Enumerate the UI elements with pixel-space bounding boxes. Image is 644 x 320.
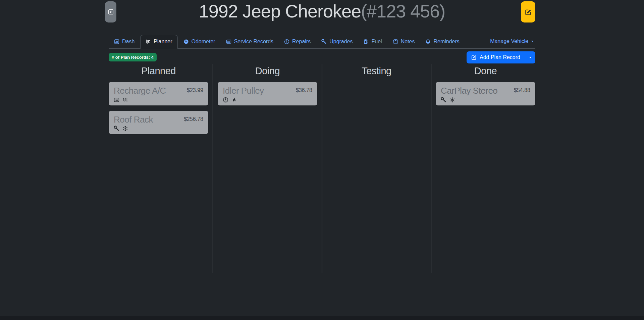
board-column-done: DoneCarPlay Stereo$54.88 [431,64,535,273]
list-nested-icon [146,39,151,44]
board-column-doing: DoingIdler Pulley$36.78 [213,64,322,273]
vehicle-plate: (#123 456) [361,1,445,21]
wrench-icon [321,39,327,44]
plan-card-title: CarPlay Stereo [441,86,497,96]
tab-fuel[interactable]: Fuel [359,35,387,48]
bell-icon [425,39,431,44]
column-title: Planned [109,65,208,77]
plan-records-count-badge: # of Plan Records: 4 [109,53,157,61]
plan-card-cost: $36.78 [296,86,312,93]
plan-card-idler-pulley[interactable]: Idler Pulley$36.78 [218,82,317,105]
add-plan-record-dropdown-toggle[interactable] [525,51,535,63]
plan-card-cost: $54.88 [514,86,530,93]
back-button[interactable] [105,1,116,22]
plan-card-header: CarPlay Stereo$54.88 [441,86,530,96]
plan-card-cost: $256.78 [184,115,203,122]
plan-kanban-board: PlannedRecharge A/C$23.99Roof Rack$256.7… [109,64,535,273]
exclamation-circle-icon [284,39,289,44]
tab-odometer[interactable]: Odometer [178,35,220,48]
tab-label: Upgrades [329,39,353,45]
caret-down-icon [531,40,534,43]
plan-card-icons [114,126,203,131]
plan-card-title: Recharge A/C [114,86,166,96]
tab-label: Dash [122,39,135,45]
tab-dash[interactable]: Dash [109,35,140,48]
manage-vehicle-dropdown[interactable]: Manage Vehicle [490,38,535,48]
plan-card-roof-rack[interactable]: Roof Rack$256.78 [109,111,208,134]
top-bar: 1992 Jeep Cherokee(#123 456) [109,0,535,25]
plan-card-header: Recharge A/C$23.99 [114,86,203,96]
add-plan-record-group: Add Plan Record [467,51,535,63]
tab-list: DashPlannerOdometerService RecordsRepair… [109,35,465,48]
plan-card-title: Roof Rack [114,115,153,125]
plan-card-carplay-stereo[interactable]: CarPlay Stereo$54.88 [436,82,535,105]
page-title: 1992 Jeep Cherokee(#123 456) [109,0,535,22]
fire-icon [231,97,237,103]
fuel-pump-icon [364,39,369,44]
exclamation-circle-icon [223,97,228,103]
tab-label: Fuel [372,39,382,45]
tab-planner[interactable]: Planner [140,35,177,49]
journal-bookmark-icon [393,39,398,44]
column-title: Testing [327,65,426,77]
tab-label: Notes [401,39,415,45]
tab-label: Reminders [433,39,459,45]
manage-vehicle-label: Manage Vehicle [490,38,528,44]
plan-card-icons [223,97,312,103]
tab-bar: DashPlannerOdometerService RecordsRepair… [109,35,535,49]
card-list-icon [226,39,231,44]
column-title: Done [436,65,535,77]
pencil-square-icon [525,9,532,15]
edit-vehicle-button[interactable] [521,1,535,22]
bar-chart-icon [114,39,119,44]
add-plan-record-button[interactable]: Add Plan Record [467,51,525,63]
card-list-icon [114,97,119,103]
plan-card-header: Roof Rack$256.78 [114,115,203,125]
footer-strip [0,316,644,320]
tab-repairs[interactable]: Repairs [279,35,316,48]
pencil-square-icon [471,55,477,60]
tab-service-records[interactable]: Service Records [221,35,278,48]
board-column-testing: Testing [322,64,431,273]
vehicle-page: 1992 Jeep Cherokee(#123 456) DashPlanner… [109,0,535,273]
wrench-icon [114,126,119,131]
planner-toolbar: # of Plan Records: 4 Add Plan Record [109,51,535,63]
snow-icon [449,97,455,103]
plan-card-header: Idler Pulley$36.78 [223,86,312,96]
caret-down-icon [529,56,532,59]
plan-card-icons [114,97,203,103]
tab-upgrades[interactable]: Upgrades [316,35,358,48]
vehicle-title: 1992 Jeep Cherokee [199,1,361,21]
plan-card-cost: $23.99 [187,86,203,93]
arrow-left-square-icon [108,9,114,15]
tab-reminders[interactable]: Reminders [420,35,464,48]
plan-card-recharge-a-c[interactable]: Recharge A/C$23.99 [109,82,208,105]
tab-label: Repairs [292,39,311,45]
tab-notes[interactable]: Notes [388,35,420,48]
speedometer-icon [183,39,189,44]
add-plan-record-label: Add Plan Record [480,54,520,60]
column-title: Doing [218,65,317,77]
board-column-planned: PlannedRecharge A/C$23.99Roof Rack$256.7… [109,64,213,273]
plan-card-icons [441,97,530,103]
water-icon [122,97,128,103]
tab-label: Planner [154,39,172,45]
tab-label: Odometer [192,39,215,45]
snow-icon [122,126,128,131]
tab-label: Service Records [234,39,273,45]
plan-card-title: Idler Pulley [223,86,264,96]
wrench-icon [441,97,446,103]
